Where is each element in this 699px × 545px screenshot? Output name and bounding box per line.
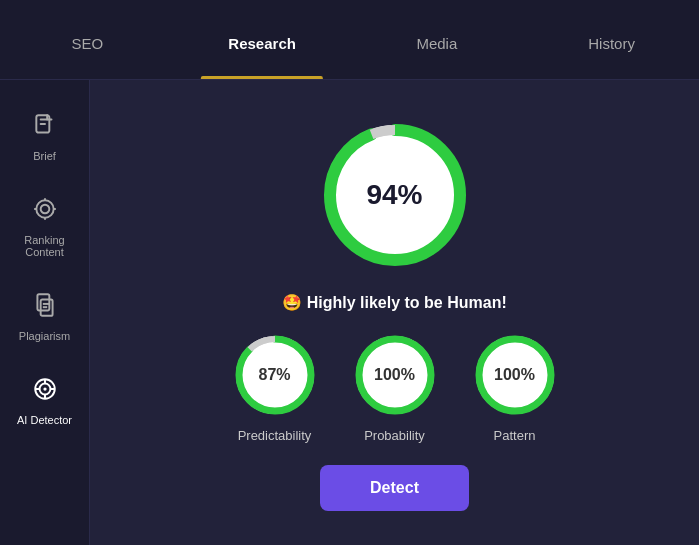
status-text: 🤩 Highly likely to be Human!	[282, 293, 506, 312]
svg-point-1	[40, 205, 49, 214]
svg-point-2	[36, 200, 53, 217]
sidebar-label-brief: Brief	[33, 150, 56, 162]
detect-button[interactable]: Detect	[320, 465, 469, 511]
nav-item-research[interactable]: Research	[175, 0, 350, 79]
sidebar-item-ranking-content[interactable]: Ranking Content	[5, 184, 85, 270]
predictability-wrap: 87% Predictability	[230, 330, 320, 443]
sidebar-label-ranking-content: Ranking Content	[13, 234, 77, 258]
probability-donut: 100%	[350, 330, 440, 420]
probability-value: 100%	[374, 366, 415, 384]
small-donuts-row: 87% Predictability 100% Probability	[230, 330, 560, 443]
nav-item-media[interactable]: Media	[350, 0, 525, 79]
nav-label-research: Research	[228, 35, 296, 52]
sidebar-item-brief[interactable]: Brief	[5, 100, 85, 174]
sidebar-item-ai-detector[interactable]: AI Detector	[5, 364, 85, 438]
predictability-value: 87%	[258, 366, 290, 384]
pattern-wrap: 100% Pattern	[470, 330, 560, 443]
ranking-icon	[32, 196, 58, 228]
main-score-donut: 94%	[315, 115, 475, 275]
pattern-value: 100%	[494, 366, 535, 384]
pattern-donut: 100%	[470, 330, 560, 420]
predictability-donut: 87%	[230, 330, 320, 420]
sidebar-label-ai-detector: AI Detector	[17, 414, 72, 426]
status-emoji: 🤩	[282, 294, 302, 311]
sidebar-item-plagiarism[interactable]: Plagiarism	[5, 280, 85, 354]
main-content: 94% 🤩 Highly likely to be Human! 87% Pre…	[90, 80, 699, 545]
probability-wrap: 100% Probability	[350, 330, 440, 443]
ai-detector-icon	[32, 376, 58, 408]
top-nav: SEO Research Media History	[0, 0, 699, 80]
nav-label-media: Media	[416, 35, 457, 52]
nav-label-history: History	[588, 35, 635, 52]
status-message: Highly likely to be Human!	[307, 294, 507, 311]
sidebar-label-plagiarism: Plagiarism	[19, 330, 70, 342]
probability-label: Probability	[364, 428, 425, 443]
main-layout: Brief Ranking Content	[0, 80, 699, 545]
svg-point-13	[43, 387, 46, 390]
predictability-label: Predictability	[238, 428, 312, 443]
nav-item-seo[interactable]: SEO	[0, 0, 175, 79]
nav-label-seo: SEO	[72, 35, 104, 52]
main-score-value: 94%	[366, 179, 422, 211]
nav-item-history[interactable]: History	[524, 0, 699, 79]
pattern-label: Pattern	[494, 428, 536, 443]
brief-icon	[32, 112, 58, 144]
plagiarism-icon	[32, 292, 58, 324]
sidebar: Brief Ranking Content	[0, 80, 90, 545]
